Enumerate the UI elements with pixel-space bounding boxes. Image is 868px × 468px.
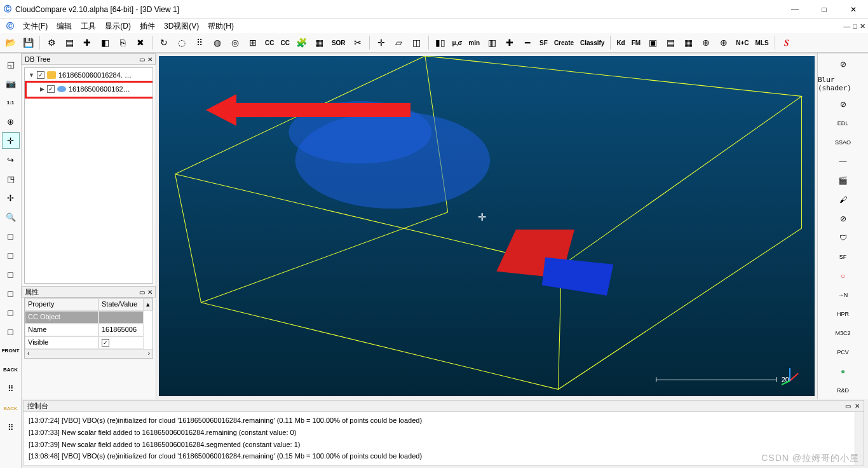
tb-cut[interactable]: ✂ bbox=[350, 35, 365, 50]
subwin-min[interactable]: — bbox=[843, 22, 850, 31]
checkbox[interactable]: ✓ bbox=[47, 85, 55, 93]
lb-view-top[interactable]: ◻ bbox=[2, 228, 20, 244]
tb-gear[interactable]: ⚙ bbox=[44, 35, 59, 50]
tb-cc2[interactable]: CC bbox=[278, 35, 291, 50]
3d-viewport[interactable]: ✛ 20 bbox=[156, 53, 817, 399]
tb-canupo1[interactable]: Create bbox=[552, 35, 576, 50]
tree-row-child[interactable]: ▶ ✓ 16186500600162… bbox=[25, 82, 153, 96]
menu-2[interactable]: 工具 bbox=[77, 20, 100, 33]
tb-grid[interactable]: ⊞ bbox=[245, 35, 261, 50]
rb-ellipse[interactable]: ○ bbox=[835, 268, 851, 284]
lb-fullscreen[interactable]: ◱ bbox=[2, 56, 20, 72]
lb-fit[interactable]: ◳ bbox=[2, 170, 20, 187]
subwin-close[interactable]: ✕ bbox=[860, 22, 865, 31]
rb-rsep[interactable]: — bbox=[835, 153, 851, 170]
expand-icon[interactable]: ▼ bbox=[29, 72, 34, 78]
props-close-icon[interactable]: ✕ bbox=[147, 289, 153, 296]
tb-add[interactable]: ✚ bbox=[502, 35, 517, 50]
tb-sf[interactable]: SF bbox=[538, 35, 550, 50]
tb-export[interactable]: ⎘ bbox=[115, 35, 130, 50]
tb-cross[interactable]: ✛ bbox=[374, 35, 389, 50]
window-close[interactable]: ✕ bbox=[839, 0, 868, 19]
db-tree[interactable]: ▼ ✓ 1618650060016284. … ▶ ✓ 161865006001… bbox=[24, 67, 153, 284]
prop-key[interactable]: Name bbox=[25, 324, 98, 336]
tb-ras[interactable]: ▦ bbox=[681, 35, 696, 50]
tb-nc[interactable]: N+C bbox=[734, 35, 750, 50]
lb-zoom[interactable]: 🔍 bbox=[2, 209, 20, 225]
rb-hpr[interactable]: HPR bbox=[835, 306, 851, 322]
subwin-max[interactable]: □ bbox=[853, 22, 857, 31]
tb-sor[interactable]: SOR bbox=[330, 35, 348, 50]
tb-list[interactable]: ▤ bbox=[62, 35, 77, 50]
tb-gradient[interactable]: ▥ bbox=[484, 35, 499, 50]
rb-edl[interactable]: EDL bbox=[835, 115, 851, 132]
lb-rotate[interactable]: ↪ bbox=[2, 151, 20, 168]
tb-checker[interactable]: ▦ bbox=[312, 35, 327, 50]
tb-shp[interactable]: ▣ bbox=[645, 35, 660, 50]
lb-scale-11[interactable]: 1:1 bbox=[2, 94, 20, 111]
tree-row-parent[interactable]: ▼ ✓ 1618650060016284. … bbox=[25, 68, 153, 82]
tb-mesh2[interactable]: ◎ bbox=[227, 35, 243, 50]
rb-rnd[interactable]: R&D bbox=[835, 382, 851, 399]
lb-view-front1[interactable]: ◻ bbox=[2, 247, 20, 263]
lb-view-custom[interactable]: ⠿ bbox=[2, 380, 20, 397]
menu-4[interactable]: 插件 bbox=[136, 20, 159, 33]
rb-compass[interactable]: ⊘ bbox=[835, 210, 851, 227]
tb-globe2[interactable]: ⊕ bbox=[716, 35, 731, 50]
tb-plus-red[interactable]: ✚ bbox=[79, 35, 95, 50]
menu-5[interactable]: 3D视图(V) bbox=[160, 20, 203, 33]
menu-3[interactable]: 显示(D) bbox=[101, 20, 135, 33]
lb-translate[interactable]: ✢ bbox=[2, 189, 20, 206]
tb-hist[interactable]: ▮▯ bbox=[433, 35, 448, 50]
lb-view-front[interactable]: FRONT bbox=[2, 342, 20, 359]
rb-pcv[interactable]: PCV bbox=[835, 344, 851, 361]
tb-s-red[interactable]: 𝑺 bbox=[779, 35, 794, 50]
rb-sf-blue[interactable]: SF bbox=[835, 249, 851, 265]
tb-minus[interactable]: ━ bbox=[520, 35, 535, 50]
lb-center[interactable]: ⊕ bbox=[2, 113, 20, 130]
console-float-icon[interactable]: ▭ bbox=[845, 403, 851, 410]
tb-kd[interactable]: Kd bbox=[614, 35, 627, 50]
prop-key[interactable]: Visible bbox=[25, 336, 98, 349]
view-misc[interactable]: ⠿ bbox=[2, 419, 20, 436]
rb-normal[interactable]: →N bbox=[835, 287, 851, 303]
view-back-2[interactable]: BACK bbox=[2, 400, 20, 416]
tb-points[interactable]: ⠿ bbox=[192, 35, 207, 50]
lb-view-side[interactable]: ◻ bbox=[2, 266, 20, 282]
tb-open[interactable]: 📂 bbox=[3, 35, 18, 50]
rb-stone[interactable]: ● bbox=[835, 363, 851, 380]
tb-canupo2[interactable]: Classify bbox=[578, 35, 606, 50]
menu-0[interactable]: 文件(F) bbox=[19, 20, 51, 33]
blur-icon[interactable]: ⊘ bbox=[835, 56, 851, 72]
lb-snapshot[interactable]: 📷 bbox=[2, 75, 20, 92]
prop-key[interactable]: CC Object bbox=[25, 311, 98, 324]
tb-cc1[interactable]: CC bbox=[263, 35, 276, 50]
tb-minmax[interactable]: min bbox=[466, 35, 482, 50]
rb-m3c2[interactable]: M3C2 bbox=[835, 325, 851, 341]
console-output[interactable]: [13:07:24] [VBO] VBO(s) (re)initialized … bbox=[24, 412, 855, 465]
tb-plane[interactable]: ▱ bbox=[391, 35, 407, 50]
menu-1[interactable]: 编辑 bbox=[53, 20, 76, 33]
tb-stat[interactable]: μ,σ bbox=[451, 35, 465, 50]
lb-pick-rot[interactable]: ✛ bbox=[2, 132, 20, 149]
console-close-icon[interactable]: ✕ bbox=[855, 403, 860, 410]
dbtree-close-icon[interactable]: ✕ bbox=[147, 56, 153, 63]
rb-brush[interactable]: 🖌 bbox=[835, 191, 851, 208]
tb-delete[interactable]: ✖ bbox=[133, 35, 148, 50]
expand-icon[interactable]: ▶ bbox=[40, 86, 44, 92]
menu-6[interactable]: 帮助(H) bbox=[204, 20, 238, 33]
window-minimize[interactable]: — bbox=[780, 0, 810, 19]
props-scroll[interactable]: ▴ bbox=[144, 298, 153, 311]
tb-plugin[interactable]: 🧩 bbox=[294, 35, 309, 50]
tb-mls[interactable]: MLS bbox=[753, 35, 770, 50]
tb-csv[interactable]: ▤ bbox=[663, 35, 678, 50]
rb-blur-none[interactable]: ⊘ bbox=[835, 96, 851, 113]
tb-section[interactable]: ◫ bbox=[409, 35, 424, 50]
rb-shield[interactable]: 🛡 bbox=[835, 230, 851, 246]
lb-view-back[interactable]: BACK bbox=[2, 361, 20, 378]
lb-view-left[interactable]: ◻ bbox=[2, 285, 20, 301]
props-hscroll[interactable]: ‹› bbox=[25, 349, 153, 358]
props-float-icon[interactable]: ▭ bbox=[139, 289, 145, 296]
tb-globe1[interactable]: ⊕ bbox=[698, 35, 714, 50]
console-scrollbar[interactable] bbox=[855, 412, 864, 465]
